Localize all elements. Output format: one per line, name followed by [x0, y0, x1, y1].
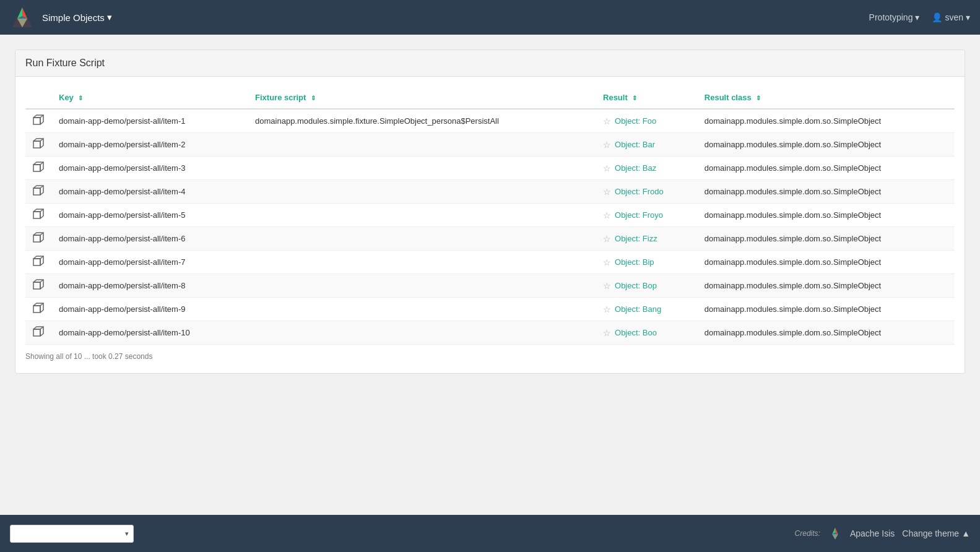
row-result-class: domainapp.modules.simple.dom.so.SimpleOb…	[697, 274, 955, 298]
row-key: domain-app-demo/persist-all/item-7	[51, 251, 248, 274]
user-caret: ▾	[966, 12, 970, 22]
row-result-class: domainapp.modules.simple.dom.so.SimpleOb…	[697, 109, 955, 133]
row-fixture-script	[248, 204, 596, 227]
status-label: Showing all of 10 ... took 0.27 seconds	[25, 352, 152, 361]
result-link[interactable]: Object: Bang	[615, 304, 661, 314]
star-icon[interactable]: ☆	[603, 328, 611, 338]
theme-select-wrapper: ▾	[10, 525, 134, 543]
row-key: domain-app-demo/persist-all/item-10	[51, 321, 248, 345]
change-theme-button[interactable]: Change theme ▲	[902, 528, 970, 538]
row-result: ☆ Object: Frodo	[596, 180, 697, 204]
row-fixture-script	[248, 180, 596, 204]
row-icon-cell	[25, 298, 51, 321]
result-class-col-header[interactable]: Result class ⇕	[697, 87, 955, 109]
table-body: domain-app-demo/persist-all/item-1domain…	[25, 109, 955, 345]
star-icon[interactable]: ☆	[603, 116, 611, 126]
result-link[interactable]: Object: Frodo	[615, 187, 664, 196]
svg-rect-38	[33, 306, 40, 313]
star-icon[interactable]: ☆	[603, 187, 611, 197]
row-fixture-script	[248, 298, 596, 321]
star-icon[interactable]: ☆	[603, 234, 611, 244]
svg-rect-26	[33, 235, 40, 242]
navbar-right: Prototyping ▾ 👤 sven ▾	[869, 12, 970, 22]
cube-icon	[33, 256, 44, 267]
row-icon-cell	[25, 109, 51, 133]
footer-left: ▾	[10, 525, 134, 543]
star-icon[interactable]: ☆	[603, 281, 611, 291]
brand-menu[interactable]: Simple Objects ▾	[42, 12, 112, 23]
result-link[interactable]: Object: Froyo	[615, 210, 663, 220]
row-result-class: domainapp.modules.simple.dom.so.SimpleOb…	[697, 298, 955, 321]
row-fixture-script	[248, 157, 596, 180]
key-sort-icon: ⇕	[78, 95, 83, 101]
user-menu[interactable]: 👤 sven ▾	[932, 12, 970, 22]
table-row: domain-app-demo/persist-all/item-1domain…	[25, 109, 955, 133]
row-fixture-script	[248, 321, 596, 345]
results-table: Key ⇕ Fixture script ⇕ Result ⇕	[25, 87, 955, 345]
row-fixture-script	[248, 251, 596, 274]
fixture-sort-icon: ⇕	[311, 95, 316, 101]
credits-label: Credits:	[795, 529, 820, 538]
row-icon-cell	[25, 157, 51, 180]
row-result-class: domainapp.modules.simple.dom.so.SimpleOb…	[697, 157, 955, 180]
result-link[interactable]: Object: Fizz	[615, 234, 657, 243]
result-link[interactable]: Object: Bop	[615, 281, 657, 290]
result-class-col-label: Result class	[705, 93, 752, 102]
app-logo	[10, 5, 35, 30]
svg-rect-6	[33, 118, 40, 124]
theme-select[interactable]	[10, 525, 134, 543]
cube-icon	[33, 185, 44, 196]
user-label: sven	[945, 12, 963, 22]
change-theme-label: Change theme	[902, 528, 959, 538]
row-key: domain-app-demo/persist-all/item-2	[51, 133, 248, 157]
result-link[interactable]: Object: Boo	[615, 328, 657, 337]
row-key: domain-app-demo/persist-all/item-3	[51, 157, 248, 180]
fixture-script-col-header[interactable]: Fixture script ⇕	[248, 87, 596, 109]
key-col-header[interactable]: Key ⇕	[51, 87, 248, 109]
cube-icon	[33, 279, 44, 290]
table-row: domain-app-demo/persist-all/item-3 ☆ Obj…	[25, 157, 955, 180]
table-row: domain-app-demo/persist-all/item-10 ☆ Ob…	[25, 321, 955, 345]
result-link[interactable]: Object: Baz	[615, 163, 656, 173]
svg-rect-30	[33, 259, 40, 265]
row-icon-cell	[25, 321, 51, 345]
row-key: domain-app-demo/persist-all/item-6	[51, 227, 248, 251]
svg-rect-34	[33, 282, 40, 289]
svg-rect-22	[33, 212, 40, 218]
row-result-class: domainapp.modules.simple.dom.so.SimpleOb…	[697, 180, 955, 204]
status-text: Showing all of 10 ... took 0.27 seconds	[25, 345, 955, 363]
table-row: domain-app-demo/persist-all/item-2 ☆ Obj…	[25, 133, 955, 157]
fixture-script-col-label: Fixture script	[255, 93, 306, 102]
brand-caret: ▾	[107, 12, 112, 23]
row-icon-cell	[25, 204, 51, 227]
row-result: ☆ Object: Froyo	[596, 204, 697, 227]
navbar: Simple Objects ▾ Prototyping ▾ 👤 sven ▾	[0, 0, 980, 35]
row-key: domain-app-demo/persist-all/item-9	[51, 298, 248, 321]
result-col-label: Result	[603, 93, 628, 102]
result-link[interactable]: Object: Bar	[615, 140, 655, 149]
star-icon[interactable]: ☆	[603, 210, 611, 220]
row-key: domain-app-demo/persist-all/item-5	[51, 204, 248, 227]
result-class-sort-icon: ⇕	[756, 95, 761, 101]
row-result-class: domainapp.modules.simple.dom.so.SimpleOb…	[697, 251, 955, 274]
svg-rect-18	[33, 188, 40, 195]
row-result-class: domainapp.modules.simple.dom.so.SimpleOb…	[697, 321, 955, 345]
row-result-class: domainapp.modules.simple.dom.so.SimpleOb…	[697, 133, 955, 157]
panel-heading: Run Fixture Script	[15, 50, 965, 77]
prototyping-menu[interactable]: Prototyping ▾	[869, 12, 920, 22]
star-icon[interactable]: ☆	[603, 257, 611, 267]
result-link[interactable]: Object: Foo	[615, 116, 656, 126]
result-sort-icon: ⇕	[632, 95, 637, 101]
table-row: domain-app-demo/persist-all/item-9 ☆ Obj…	[25, 298, 955, 321]
star-icon[interactable]: ☆	[603, 163, 611, 173]
table-header: Key ⇕ Fixture script ⇕ Result ⇕	[25, 87, 955, 109]
row-result: ☆ Object: Bop	[596, 274, 697, 298]
cube-icon	[33, 303, 44, 314]
star-icon[interactable]: ☆	[603, 140, 611, 150]
cube-icon	[33, 232, 44, 243]
row-fixture-script	[248, 274, 596, 298]
star-icon[interactable]: ☆	[603, 304, 611, 314]
change-theme-caret-icon: ▲	[961, 528, 970, 538]
result-link[interactable]: Object: Bip	[615, 257, 654, 267]
result-col-header[interactable]: Result ⇕	[596, 87, 697, 109]
